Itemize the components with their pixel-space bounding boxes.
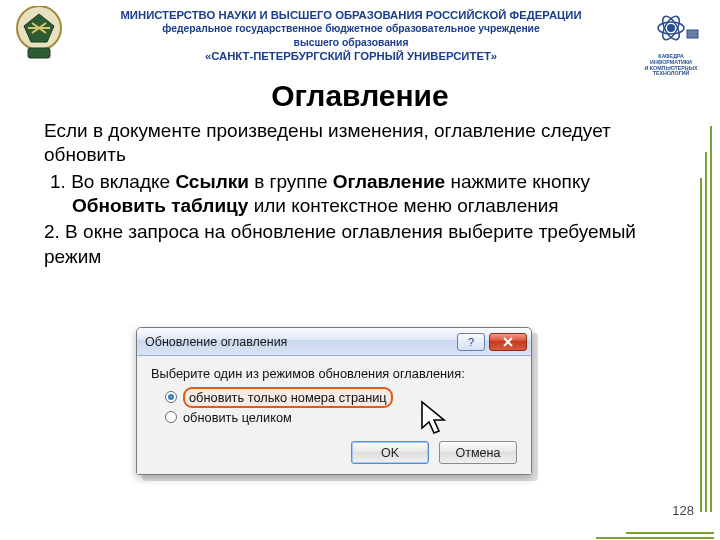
cancel-button[interactable]: Отмена [439, 441, 517, 464]
slide-header: МИНИСТЕРСТВО НАУКИ И ВЫСШЕГО ОБРАЗОВАНИЯ… [0, 0, 720, 76]
close-button[interactable] [489, 333, 527, 351]
slide-title: Оглавление [0, 79, 720, 113]
header-line-1: МИНИСТЕРСТВО НАУКИ И ВЫСШЕГО ОБРАЗОВАНИЯ… [70, 8, 632, 22]
update-toc-dialog: Обновление оглавления ? Выберите один из… [136, 327, 532, 475]
header-line-3: высшего образования [70, 36, 632, 49]
option-1-label: обновить только номера страниц [183, 387, 393, 408]
dialog-title: Обновление оглавления [145, 335, 453, 349]
ok-button[interactable]: OK [351, 441, 429, 464]
radio-icon [165, 411, 177, 423]
option-2-label: обновить целиком [183, 410, 292, 425]
radio-option-pages-only[interactable]: обновить только номера страниц [165, 387, 513, 407]
dialog-screenshot: Обновление оглавления ? Выберите один из… [136, 327, 532, 475]
header-line-4: «САНКТ-ПЕТЕРБУРГСКИЙ ГОРНЫЙ УНИВЕРСИТЕТ» [70, 49, 632, 63]
slide-body: Если в документе произведены изменения, … [0, 113, 720, 269]
department-emblem-icon: КАФЕДРА ИНФОРМАТИКИ И КОМПЬЮТЕРНЫХ ТЕХНО… [638, 6, 704, 76]
radio-icon [165, 391, 177, 403]
dept-caption: ТЕХНОЛОГИЙ [638, 71, 704, 77]
lead-paragraph: Если в документе произведены изменения, … [44, 119, 676, 168]
list-item-2: 2. В окне запроса на обновление оглавлен… [44, 220, 676, 269]
dialog-prompt: Выберите один из режимов обновления огла… [151, 366, 517, 381]
radio-option-full[interactable]: обновить целиком [165, 407, 513, 427]
list-item-1: 1. Во вкладке Ссылки в группе Оглавление… [44, 170, 676, 219]
svg-rect-1 [28, 48, 50, 58]
svg-point-5 [667, 24, 675, 32]
university-emblem-icon [14, 6, 64, 62]
header-line-2: федеральное государственное бюджетное об… [70, 22, 632, 35]
dialog-titlebar: Обновление оглавления ? [137, 328, 531, 356]
close-icon [502, 337, 514, 347]
help-button[interactable]: ? [457, 333, 485, 351]
page-number: 128 [672, 503, 694, 518]
svg-rect-6 [687, 30, 698, 38]
header-text-block: МИНИСТЕРСТВО НАУКИ И ВЫСШЕГО ОБРАЗОВАНИЯ… [70, 6, 632, 63]
